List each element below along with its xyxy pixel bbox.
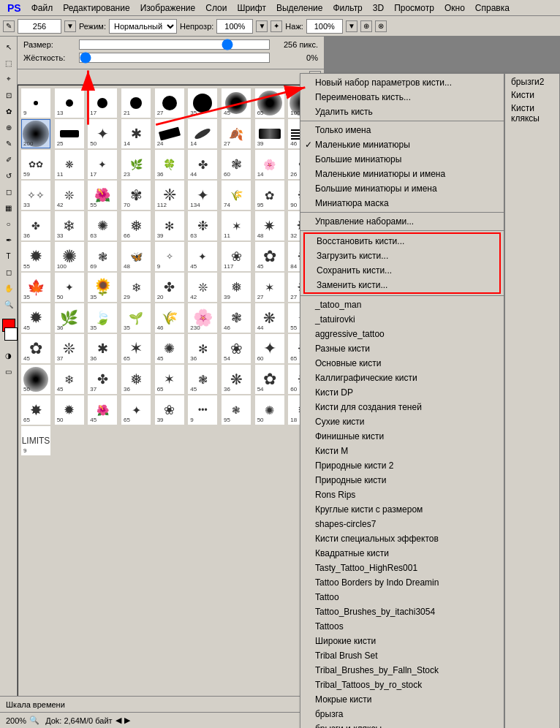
- eyedrop-tool[interactable]: ✿: [1, 104, 16, 118]
- brush-item[interactable]: ✦60: [255, 334, 284, 363]
- menu-window[interactable]: Окно: [440, 1, 469, 15]
- brush-item[interactable]: ✦50: [88, 119, 117, 148]
- brush-set-tattoo-borders[interactable]: Tattoo Borders by Indo Dreamin: [300, 575, 504, 590]
- brush-item[interactable]: ✶65: [121, 334, 151, 363]
- brush-item[interactable]: ❋44: [255, 303, 284, 333]
- brush-item[interactable]: ✦17: [88, 150, 117, 179]
- brush-item[interactable]: ❃60: [222, 150, 251, 179]
- brush-item[interactable]: ❃46: [222, 303, 251, 333]
- brush-item[interactable]: ❃95: [222, 395, 251, 425]
- stroke-thumbnail[interactable]: Миниатюра маска: [300, 196, 504, 211]
- select-tool[interactable]: ⬚: [1, 56, 16, 70]
- brush-set-calligraphy[interactable]: Каллиграфические кисти: [300, 371, 504, 385]
- brush-item[interactable]: ❅36: [121, 365, 151, 394]
- brush-item[interactable]: ✶65: [155, 365, 184, 394]
- brush-set-tattoo-itachi[interactable]: Tattoo_Brushes_by_itachi3054: [300, 604, 504, 619]
- brush-item[interactable]: 24: [155, 119, 184, 148]
- brush-size-input[interactable]: [18, 19, 61, 34]
- save-brushes[interactable]: Сохранить кисти...: [305, 263, 499, 278]
- brush-item[interactable]: ✹55: [21, 242, 50, 271]
- replace-brushes[interactable]: Заменить кисти...: [305, 278, 499, 292]
- brush-item[interactable]: ✷48: [255, 211, 284, 240]
- menu-image[interactable]: Изображение: [136, 1, 200, 15]
- brush-item[interactable]: 🌾46: [155, 303, 184, 333]
- brush-picker-btn[interactable]: ▼: [64, 20, 76, 32]
- brush-grid-container[interactable]: 9 13 17 21 27 35 45 65 100 200 25 ✦50 ✱1…: [18, 85, 324, 712]
- brush-item[interactable]: ✺63: [88, 211, 117, 240]
- history-tool[interactable]: ↺: [1, 168, 16, 183]
- brush-set-tattoos[interactable]: Tattoos: [300, 619, 504, 634]
- hardness-slider[interactable]: [79, 53, 270, 63]
- brush-item[interactable]: ❄33: [55, 211, 84, 240]
- brush-item[interactable]: ❅39: [222, 273, 251, 302]
- brush-item[interactable]: ❊42: [55, 181, 84, 210]
- brush-item[interactable]: ✶27: [255, 273, 284, 302]
- nav-prev[interactable]: ◀: [116, 716, 121, 725]
- brush-item[interactable]: 🍂27: [222, 119, 251, 148]
- pressure-btn2[interactable]: ⊗: [375, 20, 387, 32]
- brush-item[interactable]: ✤36: [21, 211, 50, 240]
- brush-item[interactable]: ❃69: [88, 242, 117, 271]
- brush-item[interactable]: ✺100: [55, 242, 84, 271]
- brush-item[interactable]: ✦65: [121, 395, 151, 425]
- brush-item[interactable]: 9: [21, 88, 50, 118]
- brush-set-basic[interactable]: Основные кисти: [300, 356, 504, 371]
- large-list[interactable]: Большие миниатюры и имена: [300, 181, 504, 196]
- brush-item[interactable]: ✦50: [55, 273, 84, 302]
- brush-set-splatter1[interactable]: брызга: [300, 707, 504, 721]
- brush-tool[interactable]: ✎: [1, 136, 16, 151]
- brush-item[interactable]: 🌱35: [121, 303, 151, 333]
- brush-item[interactable]: ❄29: [121, 273, 151, 302]
- pressure-btn[interactable]: ⊕: [360, 20, 372, 32]
- crop-tool[interactable]: ⊡: [1, 88, 16, 102]
- names-only[interactable]: Только имена: [300, 123, 504, 137]
- menu-ps-icon[interactable]: PS: [3, 1, 26, 15]
- brush-item[interactable]: ✹50: [55, 395, 84, 425]
- clone-tool[interactable]: ✐: [1, 152, 16, 167]
- brush-item[interactable]: 🌾74: [222, 181, 251, 210]
- brush-item[interactable]: ❃45: [188, 365, 217, 394]
- brush-item[interactable]: ✧9: [155, 242, 184, 271]
- brush-item[interactable]: ❋11: [55, 150, 84, 179]
- brush-item[interactable]: ✶11: [222, 211, 251, 240]
- brush-set-tasty[interactable]: Tasty_Tattoo_HighRes001: [300, 561, 504, 575]
- brush-item[interactable]: 200: [21, 119, 50, 148]
- brush-set-tribal-ro[interactable]: Tribal_Tattoos_by_ro_stock: [300, 678, 504, 692]
- brush-item[interactable]: ✺45: [155, 334, 184, 363]
- brush-item[interactable]: ✾70: [121, 181, 151, 210]
- brush-item[interactable]: LIMITS9: [21, 426, 50, 455]
- brush-item[interactable]: ❄45: [55, 365, 84, 394]
- screen-mode-tool[interactable]: ▭: [1, 364, 16, 379]
- brush-item[interactable]: 45: [222, 88, 251, 118]
- brush-item[interactable]: ✤37: [88, 365, 117, 394]
- brush-item[interactable]: 🌿23: [121, 150, 151, 179]
- brush-item[interactable]: 🌿36: [55, 303, 84, 333]
- brush-item[interactable]: ✱36: [88, 334, 117, 363]
- brush-item[interactable]: 21: [121, 88, 151, 118]
- menu-font[interactable]: Шрифт: [232, 1, 270, 15]
- brush-item[interactable]: ✿45: [255, 242, 284, 271]
- brush-set-wide[interactable]: Широкие кисти: [300, 634, 504, 648]
- gradient-tool[interactable]: ▦: [1, 200, 16, 215]
- mode-select[interactable]: Нормальный: [109, 19, 177, 34]
- brush-item[interactable]: 65: [255, 88, 284, 118]
- brush-set-shapes[interactable]: shapes-circles7: [300, 517, 504, 531]
- brush-set-tribal[interactable]: Tribal Brush Set: [300, 648, 504, 663]
- restore-brushes[interactable]: Восстановить кисти...: [305, 234, 499, 249]
- delete-brush[interactable]: Удалить кисть: [300, 105, 504, 119]
- brush-item[interactable]: ❀39: [155, 395, 184, 425]
- brush-set-splatter2[interactable]: брызги и кляксы: [300, 721, 504, 728]
- brush-set-tatuirovki[interactable]: _tatuirovki: [300, 312, 504, 327]
- pen-tool[interactable]: ✒: [1, 232, 16, 247]
- brush-item[interactable]: 🌻35: [88, 273, 117, 302]
- brush-set-wet[interactable]: Мокрые кисти: [300, 692, 504, 707]
- brush-item[interactable]: ✤44: [188, 150, 217, 179]
- brush-set-tribal-falln[interactable]: Tribal_Brushes_by_Falln_Stock: [300, 663, 504, 678]
- brush-set-square[interactable]: Квадратные кисти: [300, 546, 504, 561]
- brush-set-shadow[interactable]: Кисти для создания теней: [300, 400, 504, 414]
- opacity-input[interactable]: [216, 19, 253, 34]
- hand-tool[interactable]: ✋: [1, 281, 16, 295]
- brush-item[interactable]: ❊42: [188, 273, 217, 302]
- brush-item[interactable]: ✻36: [188, 334, 217, 363]
- nav-next[interactable]: ▶: [124, 716, 130, 725]
